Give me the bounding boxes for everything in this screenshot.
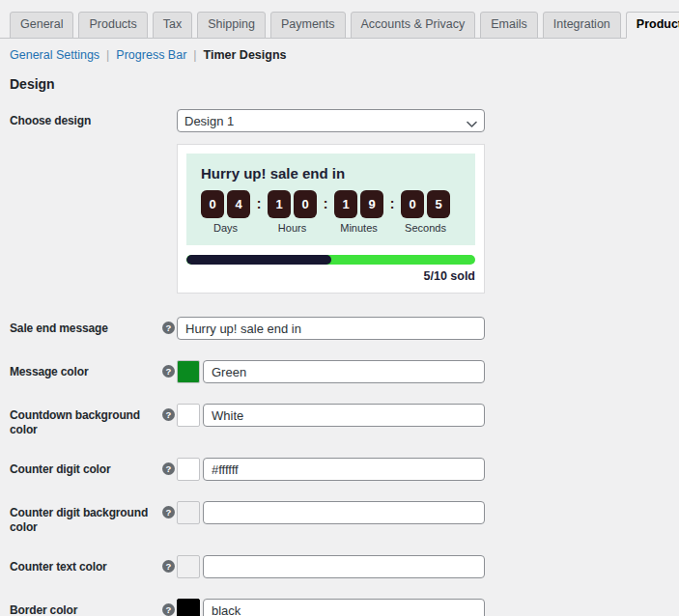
countdown-digit: 1 <box>334 190 357 218</box>
tab-shipping[interactable]: Shipping <box>197 12 266 39</box>
field-row-message-color: Message color ? <box>0 360 679 383</box>
help-icon[interactable]: ? <box>162 603 175 616</box>
subnav-timer-designs[interactable]: Timer Designs <box>204 48 287 62</box>
help-icon[interactable]: ? <box>162 462 175 475</box>
subnav-separator: | <box>193 48 196 62</box>
subnav-separator: | <box>106 48 109 62</box>
message-color-input[interactable] <box>203 360 485 383</box>
countdown: 04 Days : 10 Hours : 19 Minutes : 05 Sec… <box>201 190 461 234</box>
tab-tax[interactable]: Tax <box>153 12 192 39</box>
help-column: ? <box>162 555 177 573</box>
countdown-digits: 19 <box>334 190 383 218</box>
countdown-digits: 10 <box>268 190 317 218</box>
countdown-digit: 0 <box>401 190 424 218</box>
help-column: ? <box>162 501 177 518</box>
countdown-unit-label: Days <box>213 222 238 234</box>
tab-products[interactable]: Products <box>78 12 147 39</box>
sale-end-message-input[interactable] <box>177 317 485 340</box>
countdown-digit: 0 <box>294 190 317 218</box>
color-swatch[interactable] <box>177 458 200 481</box>
choose-design-row: Choose design Design 1 <box>0 109 679 132</box>
field-label: Border color <box>10 599 162 616</box>
field-row-sale-end-message: Sale end message ? <box>0 317 679 340</box>
tab-emails[interactable]: Emails <box>480 12 538 39</box>
color-swatch[interactable] <box>177 360 200 383</box>
countdown-digit: 0 <box>201 190 224 218</box>
help-column: ? <box>162 458 177 475</box>
countdown-group-days: 04 Days <box>201 190 250 234</box>
progress-track <box>186 255 475 265</box>
counter-text-color-input[interactable] <box>203 555 485 578</box>
countdown-background-color-input[interactable] <box>203 404 485 427</box>
subnav: General Settings|Progress Bar|Timer Desi… <box>10 48 669 63</box>
field-control <box>177 555 485 578</box>
field-row-counter-digit-color: Counter digit color ? <box>0 458 679 481</box>
help-column-spacer <box>162 109 177 114</box>
tab-payments[interactable]: Payments <box>270 12 346 39</box>
countdown-unit-label: Seconds <box>405 222 446 234</box>
counter-digit-background-color-input[interactable] <box>203 501 485 524</box>
field-row-border-color: Border color ? <box>0 599 679 616</box>
design-select-wrap: Design 1 <box>177 109 485 132</box>
subnav-progress-bar[interactable]: Progress Bar <box>116 48 186 62</box>
field-label: Counter digit background color <box>10 501 162 535</box>
field-label: Counter digit color <box>10 458 162 477</box>
progress-fill <box>186 255 331 265</box>
field-label: Sale end message <box>10 317 162 336</box>
countdown-unit-label: Minutes <box>340 222 378 234</box>
countdown-separator: : <box>383 190 401 218</box>
countdown-digit: 1 <box>268 190 291 218</box>
countdown-digit: 9 <box>360 190 383 218</box>
sold-count-text: 5/10 sold <box>186 268 475 284</box>
field-control <box>177 317 485 340</box>
tab-bar: GeneralProductsTaxShippingPaymentsAccoun… <box>0 0 679 39</box>
tab-general[interactable]: General <box>10 12 73 39</box>
countdown-group-hours: 10 Hours <box>268 190 317 234</box>
help-icon[interactable]: ? <box>162 506 175 518</box>
countdown-digits: 05 <box>401 190 450 218</box>
counter-digit-color-input[interactable] <box>203 458 485 481</box>
color-swatch[interactable] <box>177 555 200 578</box>
tab-integration[interactable]: Integration <box>543 12 621 39</box>
choose-design-select[interactable]: Design 1 <box>177 109 485 132</box>
border-color-input[interactable] <box>203 599 485 616</box>
field-row-counter-text-color: Counter text color ? <box>0 555 679 578</box>
countdown-separator: : <box>317 190 334 218</box>
choose-design-control: Design 1 <box>177 109 485 132</box>
field-control <box>177 501 485 524</box>
countdown-digits: 04 <box>201 190 250 218</box>
color-swatch[interactable] <box>177 404 200 427</box>
countdown-separator: : <box>250 190 268 218</box>
fields: Sale end message ? Message color ? Count… <box>0 317 679 616</box>
field-control <box>177 458 485 481</box>
color-swatch[interactable] <box>177 501 200 524</box>
preview-title: Hurry up! sale end in <box>201 165 461 182</box>
field-label: Message color <box>10 360 162 379</box>
subnav-general-settings[interactable]: General Settings <box>10 48 99 62</box>
field-label: Countdown background color <box>10 404 162 437</box>
help-icon[interactable]: ? <box>162 408 175 421</box>
tab-accounts-privacy[interactable]: Accounts & Privacy <box>351 12 476 39</box>
field-label: Counter text color <box>10 555 162 574</box>
countdown-panel: Hurry up! sale end in 04 Days : 10 Hours… <box>186 154 475 245</box>
field-control <box>177 360 485 383</box>
help-column: ? <box>162 360 177 378</box>
field-control <box>177 599 485 616</box>
countdown-digit: 4 <box>227 190 250 218</box>
page-title: Design <box>10 76 669 92</box>
field-control <box>177 404 485 427</box>
countdown-unit-label: Hours <box>278 222 306 234</box>
choose-design-label: Choose design <box>10 109 162 128</box>
preview-card: Hurry up! sale end in 04 Days : 10 Hours… <box>177 144 485 294</box>
settings-page: GeneralProductsTaxShippingPaymentsAccoun… <box>0 0 679 616</box>
help-icon[interactable]: ? <box>162 365 175 378</box>
field-row-counter-digit-background-color: Counter digit background color ? <box>0 501 679 535</box>
help-icon[interactable]: ? <box>162 322 175 334</box>
countdown-group-minutes: 19 Minutes <box>334 190 383 234</box>
help-column: ? <box>162 599 177 616</box>
help-column: ? <box>162 404 177 421</box>
countdown-group-seconds: 05 Seconds <box>401 190 450 234</box>
tab-product-sale-countdown[interactable]: Product Sale Countdown <box>626 12 679 39</box>
color-swatch[interactable] <box>177 599 200 616</box>
help-icon[interactable]: ? <box>162 560 175 573</box>
